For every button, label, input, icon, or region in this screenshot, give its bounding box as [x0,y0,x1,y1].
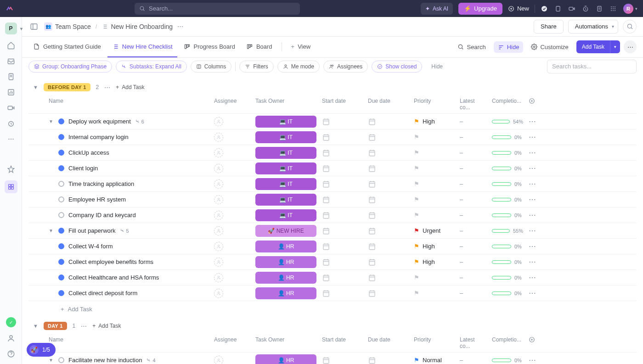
priority-cell[interactable]: ⚑Normal [411,357,457,364]
due-date-button[interactable] [368,274,376,282]
assignee-add-button[interactable] [214,226,223,235]
dashboards-icon[interactable] [6,88,16,97]
status-dot[interactable] [58,150,64,156]
favorites-icon[interactable] [6,165,16,174]
more-icon[interactable] [6,134,16,144]
task-owner-pill[interactable]: 💻 IT [255,178,316,190]
assignee-add-button[interactable] [214,117,223,126]
automations-button[interactable]: Automations ▾ [568,20,618,34]
chip-memode[interactable]: Me mode [277,61,320,73]
sidebar-toggle-icon[interactable] [28,21,39,32]
expand-caret-icon[interactable]: ▼ [49,358,54,363]
start-date-button[interactable] [322,196,330,204]
add-view-button[interactable]: + View [287,36,316,57]
due-date-button[interactable] [368,356,376,364]
status-online-icon[interactable]: ✓ [6,317,16,327]
start-date-button[interactable] [322,149,330,157]
completion-cell[interactable]: 54% [489,119,526,124]
row-more-button[interactable]: ⋯ [529,133,536,141]
completion-cell[interactable]: 0% [489,213,526,218]
status-dot[interactable] [58,243,64,249]
new-button[interactable]: New [508,5,529,12]
due-date-button[interactable] [368,211,376,219]
spaces-icon[interactable] [5,180,17,193]
row-more-button[interactable]: ⋯ [529,356,536,364]
col-header[interactable]: Name [46,336,211,349]
app-logo[interactable] [6,5,14,13]
task-row[interactable]: Internal company login 💻 IT ⚑ – 0% ⋯ [28,129,637,145]
group-more-button[interactable]: ⋯ [81,323,87,330]
start-date-button[interactable] [322,242,330,251]
task-owner-pill[interactable]: 👤 HR [255,241,316,252]
status-dot[interactable] [58,165,64,171]
row-more-button[interactable]: ⋯ [529,148,536,157]
assignee-add-button[interactable] [214,148,223,157]
priority-cell[interactable]: ⚑High [411,243,457,250]
priority-cell[interactable]: ⚑ [411,134,457,140]
due-date-button[interactable] [368,180,376,188]
task-owner-pill[interactable]: 💻 IT [255,147,316,159]
completion-cell[interactable]: 55% [489,228,526,234]
tab-new-hire-checklist[interactable]: New Hire Checklist [107,36,177,57]
task-row[interactable]: ▼ Fill out paperwork 5 🚀 NEW HIRE ⚑Urgen… [28,223,637,239]
col-header[interactable]: Completio... [489,336,526,349]
task-row[interactable]: Employee HR system 💻 IT ⚑ – 0% ⋯ [28,192,637,207]
task-row[interactable]: ClickUp access 💻 IT ⚑ – 0% ⋯ [28,145,637,161]
priority-cell[interactable]: ⚑ [411,180,457,187]
breadcrumb-more-icon[interactable]: ⋯ [177,23,183,30]
due-date-button[interactable] [368,196,376,204]
help-icon[interactable] [6,349,16,358]
col-header[interactable]: Assignee [211,98,253,111]
add-column-button[interactable] [526,336,544,349]
customize-button[interactable]: Customize [527,41,572,53]
view-search-button[interactable]: Search [453,41,490,53]
check-circle-icon[interactable] [541,5,548,12]
user-menu[interactable]: R ▾ [623,4,637,14]
start-date-button[interactable] [322,289,330,297]
home-icon[interactable] [6,41,16,50]
clock-icon[interactable] [582,5,589,12]
row-more-button[interactable]: ⋯ [529,258,536,266]
start-date-button[interactable] [322,258,330,266]
col-header[interactable]: Name [46,98,211,111]
task-row[interactable]: Collect Healthcare and HSA forms 👤 HR ⚑ … [28,270,637,286]
task-row[interactable]: Collect employee benefits forms 👤 HR ⚑Hi… [28,254,637,270]
global-search[interactable]: Search... [135,3,300,15]
assignee-add-button[interactable] [214,289,223,298]
task-row[interactable]: Collect W-4 form 👤 HR ⚑High – 0% ⋯ [28,239,637,254]
tab-board[interactable]: Board [242,36,277,57]
status-dot[interactable] [58,290,64,296]
apps-grid-icon[interactable] [609,5,617,12]
group-badge[interactable]: DAY 1 [44,322,67,330]
priority-cell[interactable]: ⚑High [411,258,457,265]
add-task-dropdown[interactable]: ▾ [610,40,620,53]
breadcrumb-list[interactable]: New Hire Onboarding [102,23,173,30]
status-dot[interactable] [58,228,64,234]
start-date-button[interactable] [322,211,330,219]
group-more-button[interactable]: ⋯ [104,84,110,91]
chip-subtasks[interactable]: Subtasks: Expand All [116,61,187,73]
task-owner-pill[interactable]: 💻 IT [255,209,316,221]
start-date-button[interactable] [322,118,330,126]
task-owner-pill[interactable]: 👤 HR [255,256,316,268]
start-date-button[interactable] [322,356,330,364]
due-date-button[interactable] [368,164,376,173]
col-header[interactable]: Task Owner [253,336,319,349]
completion-cell[interactable]: 0% [489,181,526,187]
task-row[interactable]: ▼ Deploy work equipment 6 💻 IT ⚑High – 5… [28,114,637,129]
completion-cell[interactable]: 0% [489,275,526,280]
invite-icon[interactable] [6,334,16,343]
assignee-add-button[interactable] [214,273,223,282]
due-date-button[interactable] [368,258,376,266]
assignee-add-button[interactable] [214,356,223,364]
subtask-count[interactable]: 6 [135,119,144,124]
assignee-add-button[interactable] [214,258,223,267]
due-date-button[interactable] [368,227,376,235]
col-header[interactable]: Due date [365,336,411,349]
col-header[interactable]: Task Owner [253,98,319,111]
row-more-button[interactable]: ⋯ [529,211,536,219]
start-date-button[interactable] [322,274,330,282]
row-more-button[interactable]: ⋯ [529,117,536,126]
docs-icon[interactable] [6,72,16,81]
col-header[interactable]: Start date [319,98,365,111]
